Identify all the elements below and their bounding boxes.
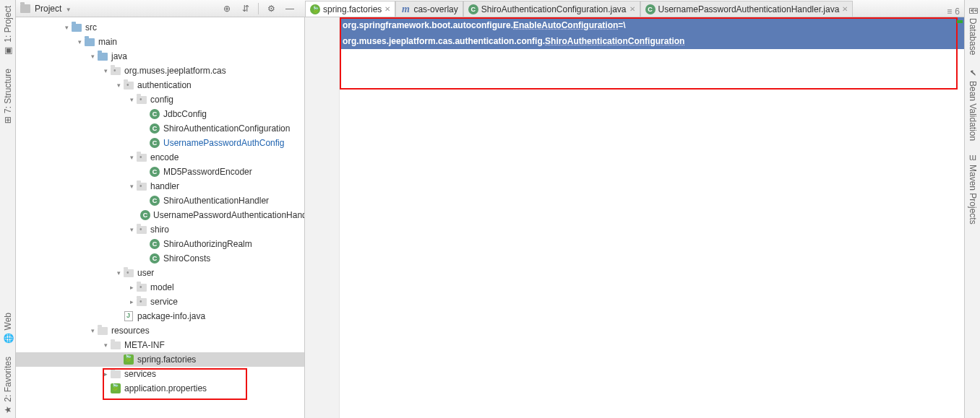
tool-favorites[interactable]: ★2: Favorites <box>3 354 13 418</box>
editor-tabs: 🍃 spring.factories ✕ m cas-overlay C Shi… <box>305 0 964 17</box>
tree-label: application.properties <box>124 383 207 393</box>
tree-row[interactable]: package-info.java <box>16 309 304 323</box>
hide-icon[interactable]: — <box>283 2 296 15</box>
package-icon <box>136 152 147 163</box>
tab-shiro-auth-config[interactable]: C ShiroAuthenticationConfiguration.java … <box>463 1 640 17</box>
tree-row[interactable]: CUsernamePasswordAuthConfig <box>16 136 304 150</box>
tree-label: ShiroAuthenticationConfiguration <box>163 123 290 134</box>
folder-icon <box>97 51 108 62</box>
gear-icon[interactable]: ⚙ <box>265 2 278 15</box>
close-icon[interactable]: ✕ <box>629 5 635 13</box>
tree-row[interactable]: spring.factories <box>16 352 304 367</box>
tree-label: user <box>137 268 154 278</box>
chevron-right-icon[interactable]: ▸ <box>101 370 110 378</box>
tree-row[interactable]: CUsernamePasswordAuthenticationHandler <box>16 208 304 222</box>
tabs-overflow[interactable]: ≡6 <box>942 6 964 17</box>
chevron-down-icon[interactable]: ▾ <box>127 226 136 233</box>
star-icon: ★ <box>3 405 13 415</box>
tree-row[interactable]: ▾org.muses.jeeplatform.cas <box>16 64 304 78</box>
tree-row[interactable]: ▸service <box>16 295 304 309</box>
tab-cas-overlay[interactable]: m cas-overlay <box>395 1 463 17</box>
tree-row[interactable]: ▾config <box>16 92 304 107</box>
tree-row[interactable]: ▾handler <box>16 179 304 193</box>
tree-row[interactable]: ▾src <box>16 20 304 35</box>
tree-row[interactable]: ▾user <box>16 266 304 280</box>
chevron-down-icon[interactable]: ▾ <box>114 82 123 89</box>
spring-icon: 🍃 <box>310 4 320 14</box>
chevron-down-icon[interactable]: ▾ <box>88 327 97 334</box>
tree-row[interactable]: CShiroConsts <box>16 251 304 266</box>
chevron-down-icon[interactable]: ▾ <box>101 67 110 74</box>
class-icon: C <box>149 108 160 120</box>
right-tool-gutter: 🗄Database ✔Bean Validation mMaven Projec… <box>964 0 980 418</box>
close-icon[interactable]: ✕ <box>842 5 848 13</box>
tool-web[interactable]: 🌐Web <box>3 310 13 347</box>
tool-maven[interactable]: mMaven Projects <box>968 152 978 227</box>
code-line[interactable]: org.springframework.boot.autoconfigure.E… <box>340 17 964 33</box>
chevron-down-icon[interactable]: ▾ <box>127 96 136 103</box>
tree-label: resources <box>111 326 150 336</box>
chevron-down-icon[interactable]: ▾ <box>101 341 110 349</box>
error-stripe[interactable] <box>955 17 964 418</box>
close-icon[interactable]: ✕ <box>384 5 390 13</box>
tree-label: META-INF <box>124 340 165 350</box>
chevron-right-icon[interactable]: ▸ <box>127 284 136 291</box>
tree-label: java <box>111 51 127 61</box>
project-view-dropdown[interactable]: Project ▼ <box>35 4 72 14</box>
chevron-down-icon[interactable]: ▾ <box>88 53 97 60</box>
top-bar: Project ▼ ⊕ ⇵ ⚙ — 🍃 spring.factories ✕ m… <box>16 0 964 17</box>
collapse-icon[interactable]: ⇵ <box>239 2 252 15</box>
chevron-down-icon[interactable]: ▾ <box>127 154 136 161</box>
tree-row[interactable]: application.properties <box>16 381 304 396</box>
tree-label: main <box>98 37 117 47</box>
tree-row[interactable]: CShiroAuthenticationConfiguration <box>16 121 304 136</box>
tree-row[interactable]: ▸model <box>16 280 304 295</box>
chevron-down-icon[interactable]: ▾ <box>75 38 84 45</box>
tab-username-handler[interactable]: C UsernamePasswordAuthenticationHandler.… <box>640 1 854 17</box>
spring-icon <box>110 383 121 394</box>
tool-structure[interactable]: ⊞7: Structure <box>3 66 13 126</box>
tab-spring-factories[interactable]: 🍃 spring.factories ✕ <box>305 1 395 17</box>
chevron-down-icon[interactable]: ▾ <box>62 24 71 31</box>
package-icon <box>136 224 147 235</box>
class-icon: C <box>149 123 160 134</box>
package-icon <box>136 296 147 308</box>
project-tree[interactable]: ▾src▾main▾java▾org.muses.jeeplatform.cas… <box>16 17 304 399</box>
content: ▾src▾main▾java▾org.muses.jeeplatform.cas… <box>16 17 964 418</box>
tree-row[interactable]: CShiroAuthorizingRealm <box>16 237 304 251</box>
tree-row[interactable]: CMD5PasswordEncoder <box>16 165 304 179</box>
maven-icon: m <box>969 153 976 163</box>
tree-row[interactable]: CJdbcConfig <box>16 107 304 121</box>
chevron-down-icon[interactable]: ▾ <box>114 269 123 277</box>
chevron-down-icon[interactable]: ▾ <box>127 183 136 190</box>
tree-label: src <box>85 22 97 32</box>
tree-row[interactable]: CShiroAuthenticationHandler <box>16 193 304 208</box>
tab-label: spring.factories <box>323 4 382 14</box>
chevron-right-icon[interactable]: ▸ <box>127 298 136 305</box>
tool-database[interactable]: 🗄Database <box>968 3 978 58</box>
tree-row[interactable]: ▾resources <box>16 323 304 338</box>
code-area[interactable]: org.springframework.boot.autoconfigure.E… <box>340 17 964 49</box>
locate-icon[interactable]: ⊕ <box>220 2 233 15</box>
spring-icon <box>123 354 134 365</box>
tree-row[interactable]: ▾encode <box>16 150 304 165</box>
folder-icon <box>97 325 108 336</box>
code-line[interactable]: org.muses.jeeplatform.cas.authentication… <box>340 33 964 49</box>
editor-panel: org.springframework.boot.autoconfigure.E… <box>305 17 964 418</box>
tree-row[interactable]: ▾main <box>16 35 304 49</box>
tool-project[interactable]: ▣1: Project <box>3 3 13 58</box>
tree-row[interactable]: ▾authentication <box>16 78 304 92</box>
project-header: Project ▼ ⊕ ⇵ ⚙ — <box>16 0 305 17</box>
tree-row[interactable]: ▸services <box>16 367 304 381</box>
tree-label: JdbcConfig <box>163 109 207 119</box>
class-icon: C <box>149 137 160 149</box>
project-tree-panel: ▾src▾main▾java▾org.muses.jeeplatform.cas… <box>16 17 305 418</box>
tree-label: config <box>150 95 173 105</box>
tree-label: org.muses.jeeplatform.cas <box>124 66 226 76</box>
tree-row[interactable]: ▾shiro <box>16 222 304 237</box>
tool-bean-validation[interactable]: ✔Bean Validation <box>968 65 978 144</box>
tree-label: shiro <box>150 225 169 235</box>
package-icon <box>136 94 147 105</box>
tree-row[interactable]: ▾java <box>16 49 304 64</box>
tree-row[interactable]: ▾META-INF <box>16 338 304 352</box>
